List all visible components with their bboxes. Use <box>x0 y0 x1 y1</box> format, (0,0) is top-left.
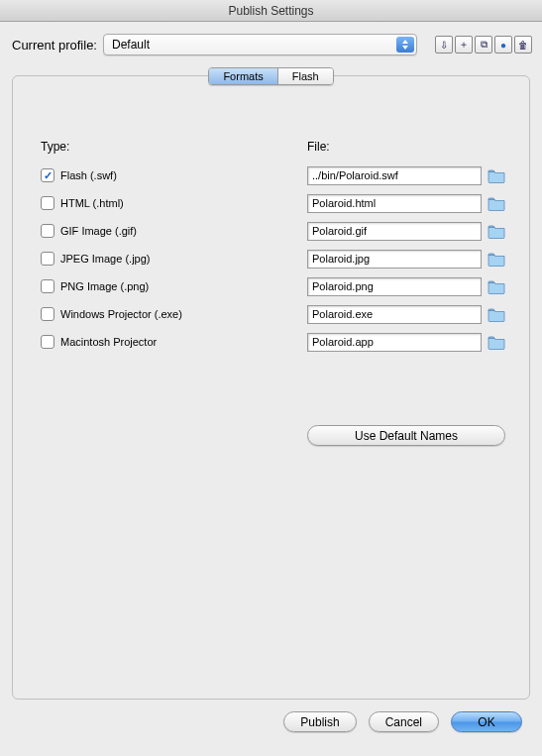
type-label: Windows Projector (.exe) <box>60 308 182 320</box>
tab-bar: Formats Flash <box>208 67 333 85</box>
type-checkbox[interactable] <box>41 307 54 321</box>
use-default-names-button[interactable]: Use Default Names <box>307 425 505 446</box>
file-input[interactable] <box>307 305 482 324</box>
delete-profile-button[interactable]: 🗑 <box>514 36 532 54</box>
file-input[interactable] <box>307 250 482 269</box>
import-profile-button[interactable]: ⇩ <box>435 36 453 54</box>
type-label: HTML (.html) <box>60 197 124 209</box>
file-header: File: <box>307 140 505 154</box>
type-row: Windows Projector (.exe) <box>41 300 283 328</box>
type-checkbox[interactable] <box>41 279 54 293</box>
type-row: HTML (.html) <box>41 189 283 217</box>
file-row <box>307 272 505 300</box>
folder-icon[interactable] <box>488 224 505 239</box>
file-input[interactable] <box>307 166 482 185</box>
type-row: PNG Image (.png) <box>41 272 283 300</box>
type-checkbox[interactable] <box>41 224 54 238</box>
tab-formats[interactable]: Formats <box>209 68 276 84</box>
dropdown-arrows-icon <box>396 37 414 53</box>
type-checkbox[interactable] <box>41 196 54 210</box>
type-checkbox[interactable] <box>41 335 54 349</box>
duplicate-profile-button[interactable]: ⧉ <box>475 36 492 54</box>
type-row: Macintosh Projector <box>41 328 283 356</box>
file-row <box>307 245 505 272</box>
folder-icon[interactable] <box>488 279 505 294</box>
type-row: Flash (.swf) <box>41 162 283 189</box>
type-row: GIF Image (.gif) <box>41 217 283 245</box>
file-row <box>307 300 505 328</box>
folder-icon[interactable] <box>488 307 505 322</box>
formats-panel: Type: Flash (.swf)HTML (.html)GIF Image … <box>12 75 530 700</box>
file-input[interactable] <box>307 277 482 296</box>
dialog-footer: Publish Cancel OK <box>0 700 542 744</box>
file-input[interactable] <box>307 194 482 213</box>
file-row <box>307 217 505 245</box>
cancel-button[interactable]: Cancel <box>369 711 439 732</box>
type-label: PNG Image (.png) <box>60 280 149 292</box>
file-input[interactable] <box>307 333 482 352</box>
type-label: Flash (.swf) <box>60 169 117 181</box>
type-checkbox[interactable] <box>41 168 54 182</box>
window-title: Publish Settings <box>0 0 542 22</box>
profile-row: Current profile: Default ⇩ ＋ ⧉ ● 🗑 <box>0 22 542 63</box>
type-header: Type: <box>41 140 283 154</box>
folder-icon[interactable] <box>488 196 505 211</box>
type-label: Macintosh Projector <box>60 336 157 348</box>
add-profile-button[interactable]: ＋ <box>455 36 473 54</box>
tab-flash[interactable]: Flash <box>277 68 333 84</box>
file-input[interactable] <box>307 222 482 241</box>
file-row <box>307 189 505 217</box>
publish-button[interactable]: Publish <box>283 711 356 732</box>
folder-icon[interactable] <box>488 168 505 183</box>
type-checkbox[interactable] <box>41 252 54 266</box>
profile-label: Current profile: <box>12 38 97 53</box>
folder-icon[interactable] <box>488 335 505 350</box>
type-row: JPEG Image (.jpg) <box>41 245 283 272</box>
ok-button[interactable]: OK <box>451 711 522 732</box>
info-profile-button[interactable]: ● <box>494 36 512 54</box>
type-label: JPEG Image (.jpg) <box>60 253 150 265</box>
profile-select[interactable]: Default <box>103 34 417 55</box>
file-row <box>307 328 505 356</box>
folder-icon[interactable] <box>488 252 505 267</box>
profile-toolbar: ⇩ ＋ ⧉ ● 🗑 <box>435 36 532 54</box>
file-row <box>307 162 505 189</box>
profile-selected: Default <box>112 38 150 52</box>
type-label: GIF Image (.gif) <box>60 225 137 237</box>
